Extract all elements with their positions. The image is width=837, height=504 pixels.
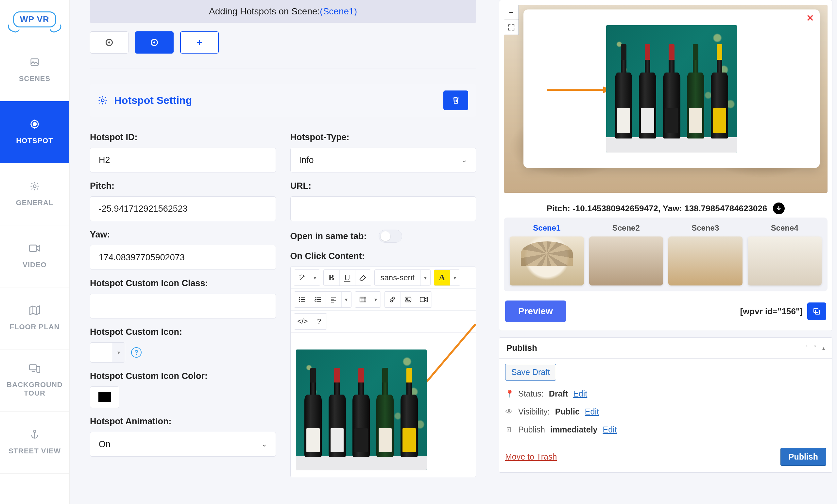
delete-hotspot-button[interactable]: [443, 91, 468, 110]
rte-link-button[interactable]: [385, 292, 400, 307]
field-animation: Hotspot Animation: On ⌄: [90, 416, 276, 456]
same-tab-toggle[interactable]: [379, 230, 402, 243]
rte-paragraph-button[interactable]: [326, 292, 341, 307]
rte-code-button[interactable]: </>: [294, 314, 311, 329]
rte-underline-button[interactable]: U: [339, 270, 355, 285]
scene-thumb[interactable]: [589, 237, 663, 285]
svg-point-10: [299, 299, 300, 300]
zoom-out-button[interactable]: −: [504, 5, 519, 20]
rte-bold-button[interactable]: B: [324, 270, 339, 285]
panel-up-button[interactable]: ˄: [805, 345, 808, 351]
sidebar-item-label: GENERAL: [16, 199, 54, 207]
icon-color-picker[interactable]: [90, 387, 119, 408]
rich-text-editor: ▾ B U sans-serif: [290, 266, 476, 477]
help-icon[interactable]: ?: [131, 347, 142, 358]
status-edit-link[interactable]: Edit: [573, 389, 587, 398]
hotspot-type-select[interactable]: Info ⌄: [290, 148, 476, 172]
rte-paragraph-caret[interactable]: ▾: [341, 292, 351, 307]
svg-rect-15: [420, 297, 425, 302]
label-on-click-content: On Click Content:: [290, 251, 476, 261]
save-draft-button[interactable]: Save Draft: [505, 364, 556, 380]
scene-thumb[interactable]: [748, 237, 822, 285]
schedule-edit-link[interactable]: Edit: [603, 425, 617, 434]
icon-class-input[interactable]: [90, 294, 276, 318]
rte-font-caret[interactable]: ▾: [421, 270, 430, 285]
rte-ul-button[interactable]: [294, 292, 310, 307]
hotspot-tab-2[interactable]: [135, 31, 174, 54]
url-input[interactable]: [290, 196, 476, 221]
map-icon: [30, 305, 40, 317]
rte-font-select[interactable]: sans-serif: [375, 270, 421, 285]
move-to-trash-link[interactable]: Move to Trash: [505, 452, 557, 462]
copy-shortcode-button[interactable]: [807, 302, 826, 320]
label-animation: Hotspot Animation:: [90, 416, 276, 427]
rte-video-button[interactable]: [416, 292, 431, 307]
scene-name: Scene4: [771, 223, 798, 232]
scene-link[interactable]: (Scene1): [320, 6, 357, 17]
animation-select[interactable]: On ⌄: [90, 432, 276, 456]
preview-actions: Preview [wpvr id="156"]: [504, 291, 827, 322]
publish-panel: Publish ˄ ˅ ▴ Save Draft 📍 Status: Draft…: [499, 337, 833, 473]
rte-table-button[interactable]: [355, 292, 371, 307]
target-icon: [30, 119, 39, 131]
rte-text-color-caret[interactable]: ▾: [450, 270, 460, 285]
sidebar-item-scenes[interactable]: SCENES: [0, 39, 69, 101]
field-on-click-content: On Click Content: ▾: [290, 251, 476, 477]
gear-icon: [30, 181, 39, 193]
sidebar: WP VR SCENES HOTSPOT GENERAL: [0, 0, 70, 504]
scene-thumb[interactable]: [668, 237, 743, 285]
scene-card-4[interactable]: Scene4: [748, 223, 822, 285]
plus-icon: [196, 39, 203, 46]
sidebar-item-hotspot[interactable]: HOTSPOT: [0, 101, 69, 163]
align-icon: [330, 296, 337, 303]
rte-canvas[interactable]: [291, 333, 476, 477]
svg-rect-12: [360, 297, 366, 302]
rte-ol-button[interactable]: [310, 292, 326, 307]
shortcode-text: [wpvr id="156"]: [740, 306, 803, 317]
coordinate-readout: Pitch: -10.145380942659472, Yaw: 138.798…: [504, 193, 827, 218]
status-key: Status:: [518, 389, 544, 398]
hotspot-tab-1[interactable]: [90, 31, 128, 54]
pitch-input[interactable]: [90, 196, 276, 221]
panel-toggle-button[interactable]: ▴: [822, 345, 825, 351]
scene-card-1[interactable]: Scene1: [510, 223, 584, 285]
hotspot-tab-add[interactable]: [180, 31, 219, 54]
sidebar-item-street-view[interactable]: STREET VIEW: [0, 412, 69, 473]
field-url: URL:: [290, 181, 476, 221]
rte-magic-caret[interactable]: ▾: [310, 270, 320, 285]
panel-down-button[interactable]: ˅: [814, 345, 816, 351]
rte-help-button[interactable]: ?: [311, 314, 327, 329]
label-hotspot-id: Hotspot ID:: [90, 132, 276, 143]
devices-icon: [29, 363, 40, 375]
sidebar-item-general[interactable]: GENERAL: [0, 163, 69, 225]
rte-magic-button[interactable]: [294, 270, 310, 285]
sidebar-item-floor-plan[interactable]: FLOOR PLAN: [0, 287, 69, 350]
fullscreen-button[interactable]: [504, 20, 519, 35]
scene-card-2[interactable]: Scene2: [589, 223, 663, 285]
hotspot-id-input[interactable]: [90, 148, 276, 172]
custom-icon-picker[interactable]: ▾: [90, 342, 125, 362]
visibility-edit-link[interactable]: Edit: [585, 407, 599, 416]
rte-table-caret[interactable]: ▾: [371, 292, 380, 307]
scene-thumb[interactable]: [510, 237, 584, 285]
svg-point-9: [299, 297, 300, 298]
rte-erase-button[interactable]: [355, 270, 371, 285]
yaw-input[interactable]: [90, 245, 276, 270]
rte-image-button[interactable]: [400, 292, 416, 307]
rte-text-color-button[interactable]: A: [434, 270, 450, 285]
sidebar-item-background-tour[interactable]: BACKGROUND TOUR: [0, 350, 69, 412]
chevron-down-icon: ⌄: [261, 440, 267, 448]
preview-button[interactable]: Preview: [505, 300, 566, 322]
download-icon: [776, 205, 782, 212]
sidebar-item-video[interactable]: VIDEO: [0, 225, 69, 287]
right-column: − ✕: [493, 0, 837, 504]
scene-card-3[interactable]: Scene3: [668, 223, 743, 285]
use-coordinates-button[interactable]: [773, 203, 785, 214]
section-card-hotspot-setting: Hotspot Setting: [90, 84, 476, 117]
color-swatch: [99, 392, 111, 402]
sidebar-item-label: VIDEO: [22, 261, 47, 269]
field-same-tab: Open in same tab:: [290, 230, 476, 243]
publish-button[interactable]: Publish: [780, 448, 826, 466]
field-yaw: Yaw:: [90, 230, 276, 270]
panorama-viewport[interactable]: − ✕: [504, 5, 827, 193]
